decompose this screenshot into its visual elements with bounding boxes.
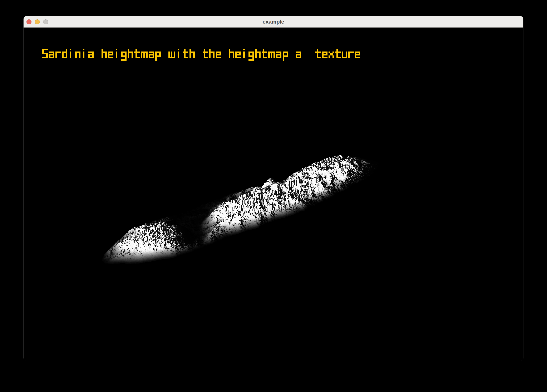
titlebar[interactable]: example xyxy=(24,16,523,28)
traffic-lights xyxy=(27,16,48,28)
minimize-button[interactable] xyxy=(35,19,40,24)
close-button[interactable] xyxy=(27,19,32,24)
page-title xyxy=(42,49,368,61)
render-area xyxy=(24,28,523,361)
desktop: { "window": { "title": "example", "borde… xyxy=(0,0,547,392)
window-title: example xyxy=(262,16,284,28)
zoom-button[interactable] xyxy=(43,19,48,24)
heightmap-render-viewport[interactable] xyxy=(24,28,523,361)
app-window: example xyxy=(23,16,523,361)
